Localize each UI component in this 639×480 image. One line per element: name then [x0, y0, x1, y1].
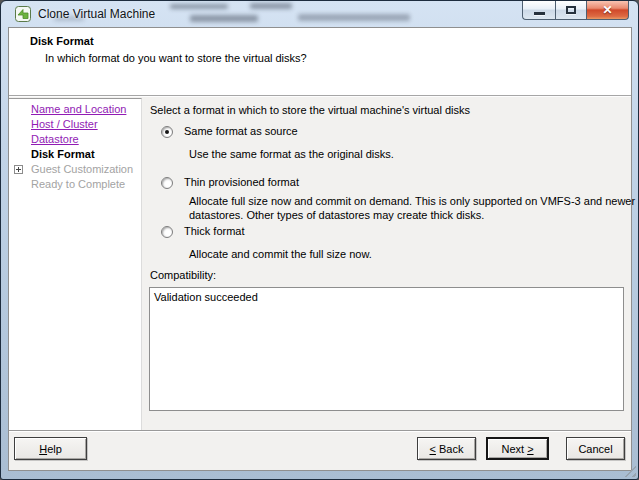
sidebar-item-datastore[interactable]: Datastore: [9, 132, 141, 147]
titlebar[interactable]: Clone Virtual Machine ✕: [2, 1, 637, 27]
sidebar-item-host-cluster[interactable]: Host / Cluster: [9, 117, 141, 132]
minimize-icon: [534, 12, 545, 15]
glass-artifact: [190, 15, 258, 22]
radio-thin-provisioned-description: Allocate full size now and commit on dem…: [189, 195, 639, 222]
app-icon: [15, 6, 31, 22]
radio-thick-format-label[interactable]: Thick format: [184, 225, 245, 237]
radio-thick-format-description: Allocate and commit the full size now.: [189, 248, 639, 262]
next-button[interactable]: Next >: [486, 437, 549, 460]
compatibility-results-box[interactable]: Validation succeeded: [149, 287, 624, 411]
page-title: Disk Format: [30, 35, 94, 47]
glass-artifact: [250, 3, 292, 9]
sidebar-item-disk-format: Disk Format: [9, 147, 141, 162]
sidebar-item-name-and-location[interactable]: Name and Location: [9, 102, 141, 117]
radio-thick-format[interactable]: [161, 226, 173, 238]
header-divider: [9, 95, 631, 97]
sidebar-item-guest-customization: Guest Customization: [9, 162, 141, 177]
glass-artifact: [298, 14, 410, 21]
minimize-button[interactable]: [522, 1, 555, 20]
wizard-dialog: Disk Format In which format do you want …: [8, 27, 632, 471]
caption-buttons: ✕: [522, 1, 629, 20]
expand-plus-icon[interactable]: [14, 165, 23, 174]
page-subtitle: In which format do you want to store the…: [45, 52, 307, 64]
radio-same-format[interactable]: [161, 126, 173, 138]
cancel-button[interactable]: Cancel: [566, 437, 625, 460]
sidebar-item-ready-to-complete: Ready to Complete: [9, 177, 141, 192]
wizard-steps-sidebar: Name and Location Host / Cluster Datasto…: [9, 98, 142, 431]
maximize-icon: [566, 6, 576, 14]
compatibility-label: Compatibility:: [150, 269, 216, 281]
compatibility-status-text: Validation succeeded: [154, 291, 258, 303]
radio-thin-provisioned-label[interactable]: Thin provisioned format: [184, 176, 299, 188]
maximize-button[interactable]: [555, 1, 587, 20]
footer-divider: [9, 430, 631, 432]
help-button[interactable]: Help: [14, 437, 87, 460]
wizard-header: Disk Format In which format do you want …: [9, 28, 631, 95]
radio-same-format-description: Use the same format as the original disk…: [189, 148, 639, 162]
clone-vm-wizard-window: Clone Virtual Machine ✕ Disk Format In w…: [0, 0, 639, 480]
radio-thin-provisioned[interactable]: [161, 177, 173, 189]
instruction-text: Select a format in which to store the vi…: [150, 104, 470, 116]
close-button[interactable]: ✕: [587, 1, 629, 20]
back-button[interactable]: < Back: [417, 437, 476, 460]
glass-artifact: [170, 4, 228, 9]
radio-same-format-label[interactable]: Same format as source: [184, 125, 298, 137]
close-icon: ✕: [602, 2, 612, 19]
window-title: Clone Virtual Machine: [38, 7, 155, 21]
